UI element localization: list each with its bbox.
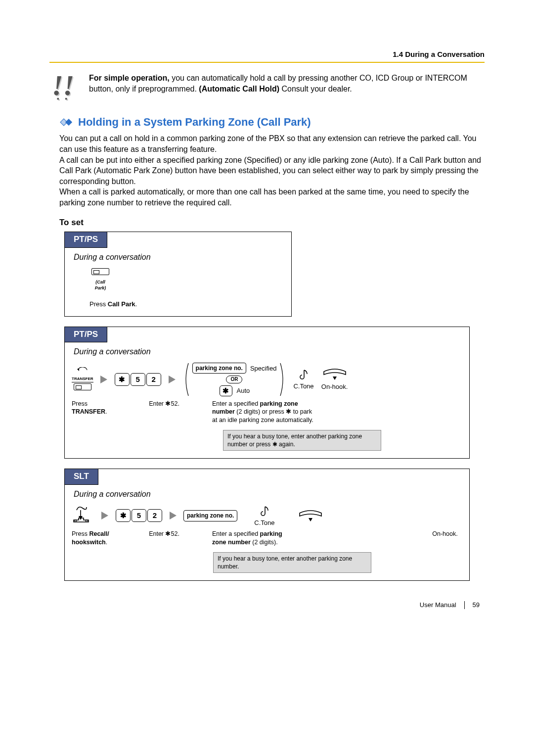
panel-slt: SLT During a conversation ✱52: [64, 469, 470, 581]
context-line: During a conversation: [74, 489, 469, 500]
key-5: 5: [131, 373, 145, 386]
svg-marker-3: [333, 377, 337, 380]
auto-label: Auto: [237, 386, 250, 395]
header-rule: [49, 62, 485, 63]
t: Enter a specified: [212, 530, 260, 537]
caption-row: Press TRANSFER. Enter ✱52. Enter a speci…: [65, 400, 469, 424]
key-5: 5: [132, 509, 146, 522]
paren-right-icon: [279, 362, 286, 397]
t: Press: [72, 530, 89, 537]
key-star: ✱: [115, 373, 130, 386]
exclaim-icon: !!▪ ▪: [49, 73, 77, 102]
flow-row: TRANSFER ✱52 parking zone no. Specified: [65, 362, 469, 397]
step-ctone: C.Tone: [254, 505, 274, 527]
step-options: parking zone no. Specified OR ✱ Auto: [182, 362, 287, 397]
cap-suf: .: [135, 300, 137, 308]
busy-note: If you hear a busy tone, enter another p…: [223, 430, 381, 451]
pzn-box: parking zone no.: [192, 363, 246, 374]
intro-text: For simple operation, you can automatica…: [89, 73, 485, 94]
step-transfer: TRANSFER: [72, 366, 93, 393]
arrow-icon: [101, 512, 108, 520]
or-pill: OR: [226, 376, 242, 383]
step-ctone: C.Tone: [293, 368, 313, 391]
hookswitch-icon: [72, 505, 94, 526]
callpark-button-icon: (Call Park): [89, 267, 111, 291]
step-onhook: On-hook.: [321, 368, 349, 391]
caption-row: Press Recall/ hookswitch. Enter ✱52. Ent…: [65, 530, 469, 546]
specified-label: Specified: [250, 364, 276, 373]
ctone-label: C.Tone: [293, 382, 313, 391]
transfer-icon: TRANSFER: [72, 366, 93, 393]
onhook-label: On-hook.: [321, 382, 348, 391]
svg-rect-6: [86, 520, 88, 521]
step-onhook: [297, 509, 324, 522]
footer-divider: [464, 601, 465, 609]
cap-pre: Press: [89, 300, 108, 308]
handset-icon: [297, 509, 324, 522]
footer-page: 59: [473, 601, 480, 610]
cap-options: Enter a specified parking zone number (2…: [212, 400, 316, 424]
pzn-box: parking zone no.: [183, 510, 237, 521]
flow-row: ✱52 parking zone no. C.Tone: [65, 505, 469, 527]
handset-icon: [321, 368, 349, 380]
panel-ptps-callpark: PT/PS During a conversation (Call Park) …: [64, 232, 292, 317]
panel-tab: PT/PS: [65, 327, 107, 343]
key-star-auto: ✱: [220, 385, 232, 396]
intro-tail: Consult your dealer.: [279, 85, 352, 93]
diamond-icon: [59, 118, 73, 127]
cap-pzn: Enter a specified parking zone number (2…: [212, 530, 296, 546]
page-footer: User Manual 59: [49, 601, 485, 610]
cap-onhook: On-hook.: [428, 530, 462, 538]
t: (2 digits).: [251, 539, 278, 546]
t: Enter a specified: [212, 400, 260, 407]
svg-rect-5: [75, 520, 77, 521]
step-keys: ✱52: [115, 509, 163, 522]
step-hookswitch: [72, 505, 94, 526]
svg-marker-7: [309, 518, 312, 521]
arrow-icon: [100, 376, 107, 383]
cap-keys: Enter ✱52.: [137, 530, 191, 538]
step-pzn: parking zone no.: [183, 510, 237, 521]
to-set-heading: To set: [59, 217, 485, 229]
cap-hookswitch: Press Recall/ hookswitch.: [72, 530, 116, 546]
transfer-label: TRANSFER: [72, 377, 93, 382]
callpark-btn-label: (Call Park): [89, 279, 111, 291]
section-title-text: Holding in a System Parking Zone (Call P…: [78, 115, 311, 130]
cap-keys: Enter ✱52.: [137, 400, 191, 408]
cap-transfer: Press TRANSFER.: [72, 400, 116, 416]
context-line: During a conversation: [74, 346, 469, 357]
arrow-icon: [170, 512, 177, 520]
svg-rect-1: [65, 119, 72, 126]
header-section: 1.4 During a Conversation: [393, 49, 485, 59]
section-description: You can put a call on hold in a common p…: [59, 133, 485, 208]
t: Press: [72, 400, 88, 407]
context-line: During a conversation: [74, 252, 291, 263]
section-title: Holding in a System Parking Zone (Call P…: [49, 115, 485, 130]
key-2: 2: [147, 509, 162, 522]
t: .: [105, 408, 107, 415]
intro-auto-hold: (Automatic Call Hold): [199, 85, 279, 93]
panel-tab: PT/PS: [65, 232, 107, 248]
arrow-icon: [169, 376, 176, 383]
step-keys: ✱52: [114, 373, 162, 386]
intro-block: !!▪ ▪ For simple operation, you can auto…: [49, 73, 485, 102]
key-star: ✱: [116, 509, 131, 522]
cap-bold: Call Park: [108, 300, 135, 308]
note-icon: [297, 368, 310, 381]
key-2: 2: [146, 373, 161, 386]
panel-ptps-transfer: PT/PS During a conversation TRANSFER ✱52: [64, 327, 470, 459]
panel-tab: SLT: [65, 469, 98, 485]
callpark-caption: Press Call Park.: [89, 300, 291, 309]
note-icon: [258, 505, 271, 518]
intro-lead-bold: For simple operation,: [89, 74, 170, 82]
footer-manual: User Manual: [420, 601, 456, 610]
t: .: [106, 539, 107, 546]
busy-note: If you hear a busy tone, enter another p…: [213, 552, 371, 573]
paren-left-icon: [182, 362, 189, 397]
t: TRANSFER: [72, 408, 105, 415]
ctone-label: C.Tone: [254, 519, 274, 527]
svg-marker-2: [77, 368, 79, 371]
